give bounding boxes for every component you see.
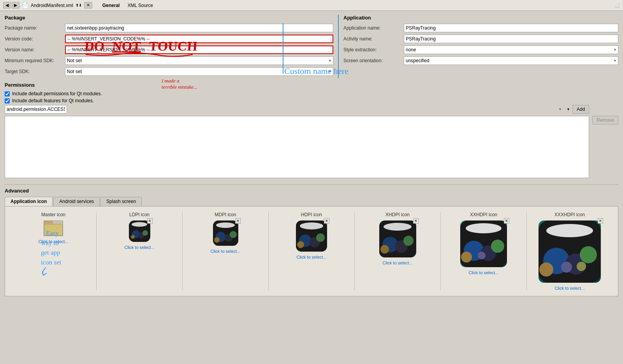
style-extraction-row: Style extraction: none — [343, 46, 618, 54]
activity-name-label: Activity name: — [343, 36, 404, 42]
icon-col-ldpi: LDPI icon — [97, 212, 183, 290]
xxxhdpi-icon-container: ✕ — [539, 220, 601, 283]
master-icon-folder[interactable] — [44, 220, 63, 236]
checkbox-row-2: Include default features for Qt modules. — [5, 98, 618, 103]
ldpi-icon-container: ✕ — [129, 220, 150, 242]
checkbox-default-permissions-label: Include default permissions for Qt modul… — [12, 91, 102, 96]
tab-application-icon[interactable]: Application icon — [5, 197, 53, 206]
hdpi-icon-click-select[interactable]: Click to select... — [296, 255, 326, 259]
svg-point-5 — [131, 235, 135, 239]
ldpi-icon-remove-button[interactable]: ✕ — [147, 218, 153, 224]
checkbox-default-features-label: Include default features for Qt modules. — [12, 98, 94, 103]
icon-col-xhdpi: XHDPI icon ✕ — [355, 212, 441, 290]
svg-point-11 — [214, 237, 220, 243]
permissions-dropdown-arrow[interactable]: ▼ — [567, 107, 570, 111]
svg-point-10 — [230, 231, 237, 238]
xxhdpi-icon-click-select[interactable]: Click to select... — [468, 270, 498, 275]
xxhdpi-icon-remove-button[interactable]: ✕ — [504, 218, 509, 224]
checkbox-default-permissions[interactable] — [5, 91, 10, 96]
checkbox-default-features[interactable] — [5, 98, 10, 103]
svg-point-16 — [316, 233, 325, 242]
hdpi-icon-remove-button[interactable]: ✕ — [324, 218, 329, 224]
app-name-input[interactable] — [404, 24, 618, 32]
svg-point-22 — [403, 236, 414, 246]
tab-general[interactable]: General — [101, 2, 121, 9]
xxhdpi-icon-image[interactable] — [460, 220, 507, 267]
style-extraction-select[interactable]: none — [404, 46, 618, 54]
target-sdk-select-wrapper: Not set — [65, 67, 333, 76]
hdpi-icon-image[interactable] — [296, 220, 327, 252]
tab-xml-source[interactable]: XML Source — [126, 2, 155, 9]
svg-point-36 — [539, 262, 553, 276]
svg-point-37 — [561, 262, 572, 273]
screen-orientation-row: Screen orientation: unspecified — [343, 56, 618, 65]
icon-col-xxxhdpi: XXXHDPI icon — [527, 212, 612, 290]
min-sdk-row: Minimum required SDK: Not set — [5, 56, 333, 65]
svg-point-4 — [143, 230, 148, 236]
mdpi-icon-label: MDPI icon — [215, 212, 236, 217]
xhdpi-icon-container: ✕ — [379, 220, 416, 257]
application-title: Application — [343, 15, 618, 21]
xhdpi-icon-remove-button[interactable]: ✕ — [413, 218, 419, 224]
version-code-row: Version code: — [5, 35, 333, 43]
nav-buttons[interactable]: ◀ ▶ — [3, 2, 19, 9]
svg-point-1 — [132, 222, 147, 227]
version-name-input[interactable] — [65, 46, 333, 54]
permissions-left: ▼ Add — [5, 105, 589, 180]
ldpi-icon-image[interactable] — [129, 220, 150, 242]
permissions-list[interactable] — [5, 116, 589, 178]
icon-col-master: Master icon Click to select... — [11, 212, 97, 290]
mdpi-icon-image[interactable] — [213, 220, 238, 246]
ldpi-icon-click-select[interactable]: Click to select... — [124, 245, 154, 250]
master-icon-click-select[interactable]: Click to select... — [38, 239, 68, 244]
permissions-input-row: ▼ Add — [5, 105, 589, 114]
xxxhdpi-icon-click-select[interactable]: Click to select... — [554, 286, 584, 290]
min-sdk-select[interactable]: Not set — [65, 56, 333, 65]
package-name-row: Package name: — [5, 24, 333, 32]
tab-splash-screen[interactable]: Splash screen — [100, 197, 142, 206]
svg-point-17 — [297, 241, 304, 248]
xxxhdpi-icon-remove-button[interactable]: ✕ — [598, 218, 603, 224]
svg-point-28 — [491, 240, 504, 253]
hdpi-icon-svg — [296, 220, 327, 252]
target-sdk-select[interactable]: Not set — [65, 67, 333, 76]
package-name-input[interactable] — [65, 24, 333, 32]
filename-label: AndroidManifest.xml — [31, 3, 73, 8]
add-button[interactable]: Add — [572, 105, 589, 114]
nav-back-button[interactable]: ◀ — [3, 2, 11, 9]
xxxhdpi-icon-image[interactable] — [539, 220, 601, 283]
xhdpi-icon-click-select[interactable]: Click to select... — [382, 261, 412, 265]
target-sdk-label: Target SDK: — [5, 69, 65, 74]
permissions-combo-input[interactable] — [5, 105, 67, 114]
version-code-input[interactable] — [65, 35, 333, 43]
permissions-main-layout: ▼ Add Remove — [5, 105, 618, 180]
file-dropdown-icon[interactable]: ⬆⬇ — [76, 3, 82, 7]
mdpi-icon-remove-button[interactable]: ✕ — [235, 218, 241, 224]
master-icon-container — [44, 220, 63, 236]
xxxhdpi-icon-svg — [539, 220, 601, 283]
advanced-title: Advanced — [5, 188, 618, 194]
svg-point-35 — [580, 246, 597, 263]
screen-orientation-select[interactable]: unspecified — [404, 56, 618, 65]
xhdpi-icon-image[interactable] — [379, 220, 416, 257]
ldpi-icon-label: LDPI icon — [129, 212, 150, 217]
activity-name-input[interactable] — [404, 35, 618, 43]
tab-android-services[interactable]: Android services — [53, 197, 100, 206]
app-name-row: Application name: — [343, 24, 618, 32]
xxhdpi-icon-label: XXHDPI icon — [470, 212, 497, 217]
close-file-button[interactable]: ✕ — [84, 2, 92, 9]
top-layout: Package Package name: Version code: Vers… — [5, 15, 618, 78]
hdpi-icon-container: ✕ — [296, 220, 327, 252]
mdpi-icon-svg — [213, 220, 238, 246]
file-icon: 📄 — [22, 2, 28, 9]
xhdpi-icon-svg — [379, 220, 416, 257]
remove-button[interactable]: Remove — [592, 116, 618, 124]
package-name-label: Package name: — [5, 25, 65, 31]
app-name-label: Application name: — [343, 25, 404, 31]
activity-name-row: Activity name: — [343, 35, 618, 43]
nav-forward-button[interactable]: ▶ — [12, 2, 19, 9]
mdpi-icon-container: ✕ — [213, 220, 238, 246]
permissions-title: Permissions — [5, 82, 618, 88]
permissions-combo-wrapper — [5, 105, 563, 114]
mdpi-icon-click-select[interactable]: Click to select... — [210, 249, 240, 254]
